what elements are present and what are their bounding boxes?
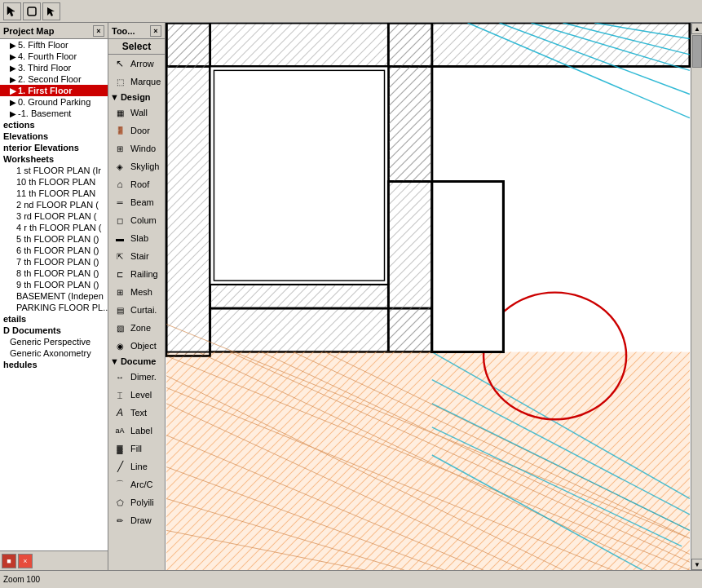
tool-level[interactable]: Level	[108, 386, 165, 404]
dimension-icon	[112, 369, 128, 384]
arrow-icon	[112, 56, 128, 71]
curtain-icon	[112, 303, 128, 317]
scroll-track[interactable]	[691, 34, 702, 559]
canvas-area[interactable]	[166, 23, 691, 570]
tree-plan-2[interactable]: 2 nd FLOOR PLAN (	[0, 199, 108, 210]
tool-draw[interactable]: Draw	[108, 511, 165, 529]
tool-text[interactable]: Text	[108, 404, 165, 422]
select-label: Select	[122, 41, 151, 52]
tree-fourth-floor[interactable]: ▶ 4. Fourth Floor	[0, 51, 108, 62]
tool-line[interactable]: Line	[108, 458, 165, 475]
text-icon	[112, 405, 128, 420]
tree-basement[interactable]: ▶ -1. Basement	[0, 108, 108, 119]
tree-plan-3[interactable]: 3 rd FLOOR PLAN (	[0, 210, 108, 222]
fill-icon	[112, 441, 128, 456]
tree-details[interactable]: etails	[0, 313, 108, 325]
tree-fifth-floor[interactable]: ▶ 5. Fifth Floor	[0, 39, 108, 51]
marquee-icon	[112, 74, 128, 89]
select-section: Select	[108, 39, 165, 55]
document-section-header[interactable]: ▼ Docume	[108, 355, 165, 368]
tool-roof[interactable]: Roof	[108, 175, 165, 193]
wall-icon	[112, 105, 128, 120]
tool-object[interactable]: Object	[108, 337, 165, 355]
tree-ground-parking[interactable]: ▶ 0. Ground Parking	[0, 96, 108, 108]
bottom-btn-1[interactable]: ■	[2, 554, 16, 568]
project-map-panel: Project Map × ▶ 5. Fifth Floor ▶ 4. Four…	[0, 23, 108, 570]
tree-sections[interactable]: ections	[0, 119, 108, 130]
tree-plan-1[interactable]: 1 st FLOOR PLAN (Ir	[0, 165, 108, 176]
project-tree: ▶ 5. Fifth Floor ▶ 4. Fourth Floor ▶ 3. …	[0, 39, 108, 550]
tool-arc[interactable]: Arc/C	[108, 475, 165, 493]
tool-door[interactable]: Door	[108, 122, 165, 139]
tool-panel-header: Too... ×	[108, 23, 165, 39]
tool-fill[interactable]: Fill	[108, 440, 165, 458]
tree-plan-9[interactable]: 9 th FLOOR PLAN ()	[0, 279, 108, 290]
tree-schedules[interactable]: hedules	[0, 359, 108, 370]
svg-rect-43	[388, 66, 431, 181]
tree-generic-axonometry[interactable]: Generic Axonometry	[0, 347, 108, 359]
tree-plan-7[interactable]: 7 th FLOOR PLAN ()	[0, 256, 108, 267]
tree-second-floor[interactable]: ▶ 2. Second Floor	[0, 73, 108, 85]
tool-beam[interactable]: Beam	[108, 193, 165, 211]
cursor-tool[interactable]	[3, 2, 21, 20]
scroll-down-btn[interactable]: ▼	[691, 559, 702, 570]
svg-marker-0	[7, 7, 15, 16]
door-icon	[112, 123, 128, 138]
tree-plan-basement[interactable]: BASEMENT (Indepen	[0, 290, 108, 302]
beam-icon	[112, 195, 128, 210]
tree-worksheets[interactable]: Worksheets	[0, 153, 108, 165]
bottom-controls: ■ ×	[0, 550, 108, 570]
tool-panel-close[interactable]: ×	[150, 25, 161, 37]
tool-label[interactable]: Label	[108, 422, 165, 440]
svg-rect-12	[388, 181, 431, 351]
tree-plan-11[interactable]: 11 th FLOOR PLAN	[0, 188, 108, 199]
tree-interior-elevations[interactable]: nterior Elevations	[0, 142, 108, 153]
tool-arrow[interactable]: Arrow	[108, 55, 165, 73]
tree-elevations[interactable]: Elevations	[0, 130, 108, 142]
skylight-icon	[112, 159, 128, 174]
floor-plan-svg	[166, 23, 691, 570]
polyline-icon	[112, 495, 128, 510]
tree-first-floor[interactable]: ▶ 1. First Floor	[0, 85, 108, 96]
tool-skylight[interactable]: Skyligh	[108, 157, 165, 175]
tool-window[interactable]: Windo	[108, 139, 165, 157]
arc-icon	[112, 477, 128, 492]
tree-d-documents[interactable]: D Documents	[0, 325, 108, 336]
tree-plan-6[interactable]: 6 th FLOOR PLAN ()	[0, 245, 108, 256]
svg-marker-2	[47, 7, 55, 16]
vertical-scrollbar[interactable]: ▲ ▼	[691, 23, 702, 570]
roof-icon	[112, 177, 128, 192]
tool-marquee[interactable]: Marque	[108, 73, 165, 91]
tool-railing[interactable]: Railing	[108, 265, 165, 283]
tool-curtain[interactable]: Curtai.	[108, 301, 165, 319]
railing-icon	[112, 267, 128, 281]
tool-wall[interactable]: Wall	[108, 104, 165, 122]
scroll-up-btn[interactable]: ▲	[691, 23, 702, 34]
hand-tool[interactable]	[23, 2, 41, 20]
project-map-header: Project Map ×	[0, 23, 108, 39]
tool-stair[interactable]: Stair	[108, 247, 165, 265]
tree-third-floor[interactable]: ▶ 3. Third Floor	[0, 62, 108, 73]
label-icon	[112, 423, 128, 438]
tool-zone[interactable]: Zone	[108, 319, 165, 337]
tool-mesh[interactable]: Mesh	[108, 283, 165, 301]
bottom-btn-2[interactable]: ×	[18, 554, 33, 568]
tree-plan-5[interactable]: 5 th FLOOR PLAN ()	[0, 233, 108, 245]
tree-plan-10[interactable]: 10 th FLOOR PLAN	[0, 176, 108, 188]
tree-plan-4[interactable]: 4 r th FLOOR PLAN (	[0, 222, 108, 233]
slab-icon	[112, 231, 128, 245]
tool-panel: Too... × Select Arrow Marque ▼ Design Wa…	[108, 23, 166, 570]
scroll-thumb[interactable]	[692, 35, 702, 68]
tree-plan-parking[interactable]: PARKING FLOOR PL...	[0, 302, 108, 313]
select-tool[interactable]	[42, 2, 60, 20]
tree-generic-perspective[interactable]: Generic Perspective	[0, 336, 108, 347]
tool-polyline[interactable]: Polyili	[108, 493, 165, 511]
tool-column[interactable]: Colum	[108, 211, 165, 229]
tree-plan-8[interactable]: 8 th FLOOR PLAN ()	[0, 267, 108, 279]
project-map-close[interactable]: ×	[93, 25, 104, 37]
design-section-header[interactable]: ▼ Design	[108, 91, 165, 104]
tool-slab[interactable]: Slab	[108, 229, 165, 247]
line-icon	[112, 459, 128, 474]
tool-dimension[interactable]: Dimer.	[108, 368, 165, 386]
project-map-title: Project Map	[3, 26, 54, 36]
